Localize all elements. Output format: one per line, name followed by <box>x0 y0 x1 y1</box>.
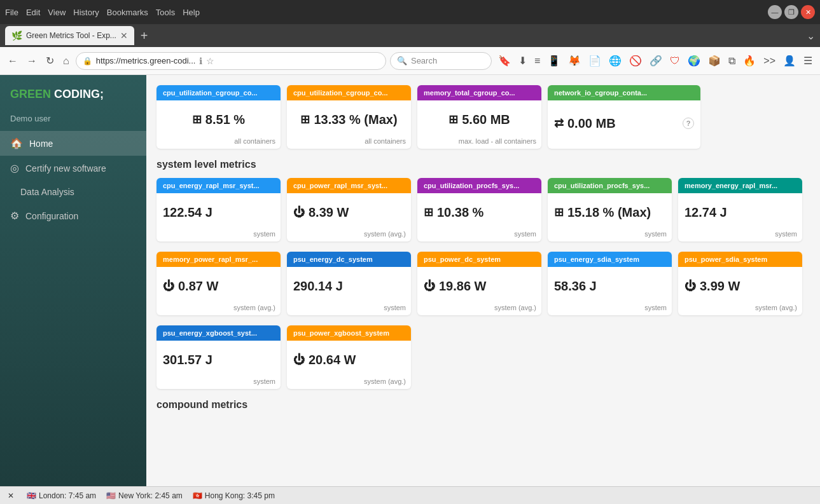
sidebar-item-config[interactable]: ⚙ Configuration <box>0 203 146 228</box>
pocket-icon[interactable]: 📱 <box>545 53 563 68</box>
security-icon: 🔒 <box>83 57 92 65</box>
container-icon[interactable]: 📦 <box>705 53 723 68</box>
card-r2footer-5: system (avg.) <box>678 301 802 315</box>
card-body-1: ⊞ 8.51 % <box>156 100 281 135</box>
card-body-4: ⇄ 0.00 MB ? <box>548 100 700 142</box>
menu-help[interactable]: Help <box>183 8 200 17</box>
cpu-icon-3: ⊞ <box>448 112 458 126</box>
cpu-icon-sys4: ⊞ <box>554 205 564 219</box>
sidebar-user: Demo user <box>0 111 146 131</box>
forward-button[interactable]: → <box>24 54 39 68</box>
card-r2val-2: 290.14 J <box>293 279 343 294</box>
card-sysbody-1: 122.54 J <box>156 193 281 228</box>
sidebar-item-certify[interactable]: ◎ Certify new software <box>0 156 146 180</box>
card-header-4: network_io_cgroup_conta... <box>548 85 700 100</box>
flag-london: 🇬🇧 <box>27 491 36 500</box>
card-r2hdr-2: psu_energy_dc_system <box>287 252 411 267</box>
profile-icon[interactable]: 👤 <box>781 53 798 68</box>
close-button[interactable]: ✕ <box>801 5 815 19</box>
card-header-1: cpu_utilization_cgroup_co... <box>156 85 281 100</box>
card-memory-energy-rapl: memory_energy_rapl_msr... 12.74 J system <box>678 178 802 242</box>
multi-icon[interactable]: ⧉ <box>726 54 738 68</box>
card-r2footer-1: system (avg.) <box>156 301 281 315</box>
vpn-icon[interactable]: 🌍 <box>685 53 703 68</box>
help-icon[interactable]: ? <box>683 118 694 129</box>
card-sysval-1: 122.54 J <box>163 205 212 220</box>
menu-view[interactable]: View <box>48 8 66 17</box>
menu-history[interactable]: History <box>73 8 99 17</box>
certify-icon: ◎ <box>10 162 19 174</box>
card-r2footer-4: system <box>548 301 672 315</box>
power-icon-r3-2: ⏻ <box>293 353 305 367</box>
bookmark-icon[interactable]: ☆ <box>206 56 214 66</box>
fire-icon[interactable]: 🔥 <box>740 53 758 68</box>
home-button[interactable]: ⌂ <box>60 54 72 68</box>
transfer-icon-4: ⇄ <box>554 116 564 130</box>
minimize-button[interactable]: — <box>768 5 782 19</box>
card-syshdr-5: memory_energy_rapl_msr... <box>678 178 802 193</box>
bookmark-toolbar-icon[interactable]: 🔖 <box>496 53 513 68</box>
url-bar[interactable]: 🔒 https://metrics.green-codi... ℹ ☆ <box>76 52 386 70</box>
card-cpu-util-procfs-2: cpu_utilization_procfs_sys... ⊞ 15.18 % … <box>548 178 672 242</box>
card-header-3: memory_total_cgroup_co... <box>417 85 541 100</box>
sidebar: GREEN CODING; Demo user 🏠 Home ◎ Certify… <box>0 75 146 486</box>
browser-tab[interactable]: 🌿 Green Metrics Tool - Exp... ✕ <box>5 26 134 45</box>
link-icon[interactable]: 🔗 <box>647 53 665 68</box>
globe-icon[interactable]: 🌐 <box>606 53 624 68</box>
block-icon[interactable]: 🚫 <box>627 53 644 68</box>
pdf-icon[interactable]: 📄 <box>586 53 604 68</box>
card-value-3: 5.60 MB <box>462 112 510 127</box>
time-newyork: New York: 2:45 am <box>118 491 183 500</box>
sidebar-item-analysis[interactable]: Data Analysis <box>0 180 146 203</box>
tab-close-button[interactable]: ✕ <box>120 31 128 41</box>
menu-edit[interactable]: Edit <box>26 8 40 17</box>
system-row1: cpu_energy_rapl_msr_syst... 122.54 J sys… <box>156 178 810 242</box>
menu-file[interactable]: File <box>5 8 18 17</box>
card-syshdr-3: cpu_utilization_procfs_sys... <box>417 178 541 193</box>
card-cpu-util-cgroup-2: cpu_utilization_cgroup_co... ⊞ 13.33 % (… <box>287 85 411 149</box>
more-icon[interactable]: >> <box>761 54 778 68</box>
maximize-button[interactable]: ❐ <box>784 5 798 19</box>
search-bar[interactable]: 🔍 Search <box>390 52 492 70</box>
new-tab-button[interactable]: + <box>137 29 152 43</box>
firefox-icon[interactable]: 🦊 <box>566 53 583 68</box>
shield-icon[interactable]: 🛡 <box>667 54 683 68</box>
menu-tools[interactable]: Tools <box>156 8 175 17</box>
card-psu-power-sdia: psu_power_sdia_system ⏻ 3.99 W system (a… <box>678 252 802 315</box>
download-icon[interactable]: ⬇ <box>516 53 529 68</box>
info-icon[interactable]: ℹ <box>199 56 202 66</box>
app-layout: GREEN CODING; Demo user 🏠 Home ◎ Certify… <box>0 75 820 486</box>
card-footer-1: all containers <box>156 135 281 149</box>
window-controls: — ❐ ✕ <box>768 5 815 19</box>
sidebar-item-certify-label: Certify new software <box>25 163 106 174</box>
card-sysval-5: 12.74 J <box>684 205 727 220</box>
card-sysbody-4: ⊞ 15.18 % (Max) <box>548 193 672 228</box>
card-sysfooter-3: system <box>417 228 541 242</box>
card-sysbody-2: ⏻ 8.39 W <box>287 193 411 228</box>
status-close-button[interactable]: ✕ <box>8 491 14 500</box>
card-psu-energy-dc: psu_energy_dc_system 290.14 J system <box>287 252 411 315</box>
sidebar-item-home[interactable]: 🏠 Home <box>0 131 146 156</box>
card-sysval-4: 15.18 % (Max) <box>567 205 651 220</box>
card-body-2: ⊞ 13.33 % (Max) <box>287 100 411 135</box>
hamburger-icon[interactable]: ☰ <box>801 53 815 68</box>
sidebar-nav: 🏠 Home ◎ Certify new software Data Analy… <box>0 131 146 228</box>
system-row3: psu_energy_xgboost_syst... 301.57 J syst… <box>156 325 810 389</box>
tab-bar: 🌿 Green Metrics Tool - Exp... ✕ + ⌄ <box>0 24 820 47</box>
card-cpu-energy-rapl: cpu_energy_rapl_msr_syst... 122.54 J sys… <box>156 178 281 242</box>
status-bar: ✕ 🇬🇧 London: 7:45 am 🇺🇸 New York: 2:45 a… <box>0 486 820 504</box>
card-footer-4 <box>548 142 700 149</box>
card-memory-total-cgroup: memory_total_cgroup_co... ⊞ 5.60 MB max.… <box>417 85 541 149</box>
card-r2val-3: 19.86 W <box>439 279 486 294</box>
card-syshdr-2: cpu_power_rapl_msr_syst... <box>287 178 411 193</box>
tab-favicon: 🌿 <box>11 31 22 41</box>
back-button[interactable]: ← <box>5 54 20 68</box>
card-sysval-2: 8.39 W <box>309 205 349 220</box>
section-system-title: system level metrics <box>156 159 810 170</box>
status-hongkong: 🇭🇰 Hong Kong: 3:45 pm <box>193 491 275 500</box>
reading-list-icon[interactable]: ≡ <box>532 54 543 68</box>
reload-button[interactable]: ↻ <box>43 53 57 68</box>
power-icon-2: ⏻ <box>293 206 305 219</box>
menu-bookmarks[interactable]: Bookmarks <box>107 8 148 17</box>
tab-overflow-button[interactable]: ⌄ <box>807 30 815 42</box>
